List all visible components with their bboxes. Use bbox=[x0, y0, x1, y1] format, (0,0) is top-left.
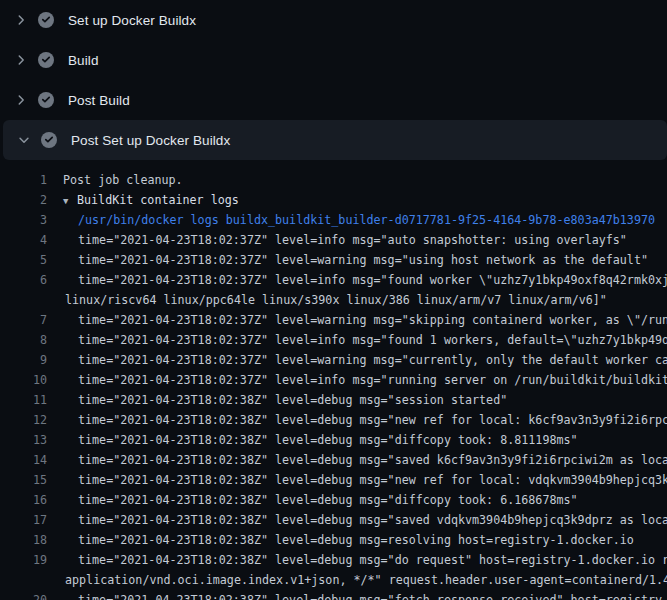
log-line-text: time="2021-04-23T18:02:38Z" level=debug … bbox=[47, 410, 667, 430]
log-line-number[interactable]: 15 bbox=[0, 470, 47, 490]
log-command-text: /usr/bin/docker logs buildx_buildkit_bui… bbox=[47, 210, 655, 230]
log-output: 1Post job cleanup.2▼BuildKit container l… bbox=[0, 170, 667, 600]
log-line-text: time="2021-04-23T18:02:37Z" level=info m… bbox=[47, 230, 627, 250]
group-toggle-icon[interactable]: ▼ bbox=[63, 191, 77, 211]
log-line-text: time="2021-04-23T18:02:38Z" level=debug … bbox=[47, 490, 578, 510]
log-line-text: time="2021-04-23T18:02:38Z" level=debug … bbox=[47, 550, 667, 570]
log-line-text: time="2021-04-23T18:02:38Z" level=debug … bbox=[47, 530, 634, 550]
log-line: 11time="2021-04-23T18:02:38Z" level=debu… bbox=[0, 390, 667, 410]
step-label: Build bbox=[68, 53, 99, 68]
log-line: 12time="2021-04-23T18:02:38Z" level=debu… bbox=[0, 410, 667, 430]
log-line-number[interactable]: 17 bbox=[0, 510, 47, 530]
log-line: 4time="2021-04-23T18:02:37Z" level=info … bbox=[0, 230, 667, 250]
log-line-number[interactable]: 3 bbox=[0, 210, 47, 230]
log-line-number[interactable]: 7 bbox=[0, 310, 47, 330]
log-line-number[interactable]: 20 bbox=[0, 590, 47, 600]
log-line-text: time="2021-04-23T18:02:38Z" level=debug … bbox=[47, 590, 667, 600]
step-label: Post Build bbox=[68, 93, 130, 108]
log-line: 17time="2021-04-23T18:02:38Z" level=debu… bbox=[0, 510, 667, 530]
log-line-number[interactable]: 5 bbox=[0, 250, 47, 270]
log-line: linux/riscv64 linux/ppc64le linux/s390x … bbox=[0, 290, 667, 310]
log-line: 20time="2021-04-23T18:02:38Z" level=debu… bbox=[0, 590, 667, 600]
log-line-number[interactable]: 18 bbox=[0, 530, 47, 550]
log-line-text: time="2021-04-23T18:02:37Z" level=info m… bbox=[47, 330, 667, 350]
chevron-right-icon[interactable] bbox=[10, 12, 32, 28]
log-line-number[interactable]: 4 bbox=[0, 230, 47, 250]
step-header-build[interactable]: Build bbox=[0, 40, 667, 80]
success-check-icon bbox=[38, 12, 54, 28]
log-line: 13time="2021-04-23T18:02:38Z" level=debu… bbox=[0, 430, 667, 450]
log-line-number[interactable]: 11 bbox=[0, 390, 47, 410]
log-line-text: ▼BuildKit container logs bbox=[47, 190, 239, 210]
success-check-icon bbox=[41, 132, 57, 148]
step-label: Post Set up Docker Buildx bbox=[71, 133, 230, 148]
step-header-post-build[interactable]: Post Build bbox=[0, 80, 667, 120]
log-line-text: time="2021-04-23T18:02:38Z" level=debug … bbox=[47, 390, 507, 410]
log-line: 5time="2021-04-23T18:02:37Z" level=warni… bbox=[0, 250, 667, 270]
log-line: application/vnd.oci.image.index.v1+json,… bbox=[0, 570, 667, 590]
log-line: 14time="2021-04-23T18:02:38Z" level=debu… bbox=[0, 450, 667, 470]
success-check-icon bbox=[38, 92, 54, 108]
success-check-icon bbox=[38, 52, 54, 68]
log-line-text: time="2021-04-23T18:02:37Z" level=warnin… bbox=[47, 250, 648, 270]
step-header-set-up-docker-buildx[interactable]: Set up Docker Buildx bbox=[0, 0, 667, 40]
log-line-number[interactable]: 10 bbox=[0, 370, 47, 390]
chevron-right-icon[interactable] bbox=[10, 52, 32, 68]
log-line: 8time="2021-04-23T18:02:37Z" level=info … bbox=[0, 330, 667, 350]
log-line: 18time="2021-04-23T18:02:38Z" level=debu… bbox=[0, 530, 667, 550]
log-line-number bbox=[0, 570, 47, 590]
actions-log-viewer: Set up Docker BuildxBuildPost BuildPost … bbox=[0, 0, 667, 600]
log-line-number[interactable]: 6 bbox=[0, 270, 47, 290]
log-line-number[interactable]: 14 bbox=[0, 450, 47, 470]
log-line-number[interactable]: 13 bbox=[0, 430, 47, 450]
log-line-text: time="2021-04-23T18:02:37Z" level=warnin… bbox=[47, 350, 667, 370]
log-line: 1Post job cleanup. bbox=[0, 170, 667, 190]
log-line-text: application/vnd.oci.image.index.v1+json,… bbox=[47, 570, 667, 590]
log-line-number[interactable]: 19 bbox=[0, 550, 47, 570]
chevron-right-icon[interactable] bbox=[10, 92, 32, 108]
log-line-number[interactable]: 12 bbox=[0, 410, 47, 430]
log-line-number bbox=[0, 290, 47, 310]
log-line: 15time="2021-04-23T18:02:38Z" level=debu… bbox=[0, 470, 667, 490]
log-line-text: time="2021-04-23T18:02:38Z" level=debug … bbox=[47, 510, 667, 530]
log-line: 7time="2021-04-23T18:02:37Z" level=warni… bbox=[0, 310, 667, 330]
log-line-text: linux/riscv64 linux/ppc64le linux/s390x … bbox=[47, 290, 607, 310]
step-header-post-set-up-docker-buildx[interactable]: Post Set up Docker Buildx bbox=[3, 120, 667, 160]
log-line-number[interactable]: 8 bbox=[0, 330, 47, 350]
log-line: 19time="2021-04-23T18:02:38Z" level=debu… bbox=[0, 550, 667, 570]
log-line-number[interactable]: 16 bbox=[0, 490, 47, 510]
log-line-text: time="2021-04-23T18:02:38Z" level=debug … bbox=[47, 470, 667, 490]
log-line-text: time="2021-04-23T18:02:38Z" level=debug … bbox=[47, 450, 667, 470]
log-line: 3/usr/bin/docker logs buildx_buildkit_bu… bbox=[0, 210, 667, 230]
log-line: 9time="2021-04-23T18:02:37Z" level=warni… bbox=[0, 350, 667, 370]
log-line-number[interactable]: 2 bbox=[0, 190, 47, 210]
log-line: 2▼BuildKit container logs bbox=[0, 190, 667, 210]
log-line: 10time="2021-04-23T18:02:37Z" level=info… bbox=[0, 370, 667, 390]
chevron-down-icon[interactable] bbox=[13, 132, 35, 148]
step-list: Set up Docker BuildxBuildPost BuildPost … bbox=[0, 0, 667, 160]
log-line-text: time="2021-04-23T18:02:37Z" level=info m… bbox=[47, 270, 667, 290]
group-label[interactable]: BuildKit container logs bbox=[77, 193, 239, 207]
log-line-text: time="2021-04-23T18:02:37Z" level=warnin… bbox=[47, 310, 667, 330]
step-label: Set up Docker Buildx bbox=[68, 13, 196, 28]
log-line-text: time="2021-04-23T18:02:37Z" level=info m… bbox=[47, 370, 667, 390]
log-line-text: Post job cleanup. bbox=[47, 170, 183, 190]
log-line-text: time="2021-04-23T18:02:38Z" level=debug … bbox=[47, 430, 578, 450]
log-line: 16time="2021-04-23T18:02:38Z" level=debu… bbox=[0, 490, 667, 510]
log-line: 6time="2021-04-23T18:02:37Z" level=info … bbox=[0, 270, 667, 290]
log-line-number[interactable]: 1 bbox=[0, 170, 47, 190]
log-line-number[interactable]: 9 bbox=[0, 350, 47, 370]
